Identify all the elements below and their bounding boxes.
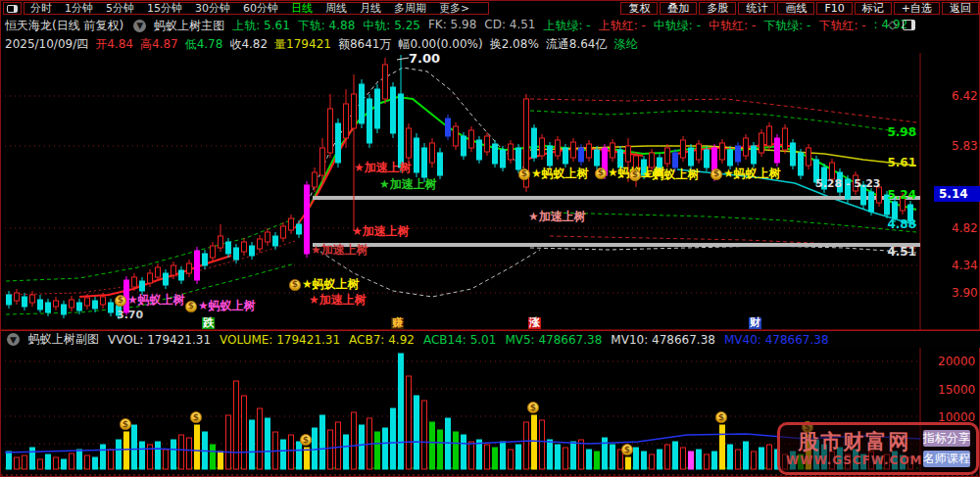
layout-split-icon[interactable] — [3, 2, 22, 15]
period-tab[interactable]: 多周期 — [394, 2, 426, 15]
volume-bar — [7, 452, 12, 469]
band-value-label: 5.98 — [887, 125, 916, 139]
volume-bar — [744, 442, 749, 469]
window-icon[interactable] — [903, 20, 915, 30]
volume-bar — [195, 425, 200, 469]
indicator-value: CD: 4.51 — [484, 18, 535, 34]
volume-bar — [391, 408, 396, 469]
candle — [579, 148, 584, 162]
ohlc-value: 量179421 — [274, 36, 331, 53]
candle — [219, 236, 223, 248]
watermark-badge[interactable]: 名师课程 — [923, 451, 970, 467]
volume-bar — [132, 425, 137, 469]
toolbar-button[interactable]: 复权 — [620, 2, 658, 15]
period-tab[interactable]: 15分钟 — [147, 2, 182, 15]
period-tab[interactable]: 60分钟 — [243, 2, 278, 15]
chevron-down-icon[interactable]: ▼ — [7, 333, 20, 346]
subchart-value: ACB7: 4.92 — [349, 333, 415, 347]
candle — [705, 150, 710, 167]
period-tab[interactable]: 30分钟 — [195, 2, 230, 15]
candle — [148, 273, 153, 283]
subchart-title[interactable]: 蚂蚁上树副图 — [28, 331, 99, 348]
diamond-icon[interactable]: ◇ — [888, 18, 897, 31]
toolbar-button[interactable]: +自选 — [894, 2, 940, 15]
signal-annotation: ★加速上树 — [352, 225, 410, 238]
candle — [493, 144, 498, 164]
subchart-header: ▼ 蚂蚁上树副图 VVOL: 179421.31VOLUME: 179421.3… — [1, 330, 980, 348]
money-bag-icon: $ — [629, 169, 641, 181]
band-value-label: 4.51 — [887, 245, 916, 259]
signal-annotation: ★加速上树 — [354, 162, 412, 174]
toolbar-button[interactable]: 返回 — [942, 2, 979, 15]
candle — [179, 270, 184, 280]
candle — [234, 248, 239, 260]
candle — [297, 224, 302, 234]
period-tab[interactable]: 更多> — [439, 2, 469, 15]
watermark-badge[interactable]: 指标分享 — [923, 430, 970, 447]
volume-bar — [93, 457, 98, 469]
candle — [54, 301, 59, 307]
candle — [391, 87, 396, 133]
period-tab[interactable]: 5分钟 — [106, 2, 134, 15]
volume-bar — [564, 448, 568, 469]
candle — [242, 242, 247, 252]
candle — [791, 143, 796, 166]
platform-line — [313, 196, 920, 200]
candle — [611, 143, 615, 158]
volume-bar — [571, 442, 576, 469]
indicator-values: 上轨: 5.61下轨: 4.88中轨: 5.25FK: 5.98CD: 4.51… — [232, 18, 915, 34]
volume-bar — [705, 454, 710, 469]
signal-annotation: $★蚂蚁上树 — [710, 167, 781, 180]
volume-bar — [407, 376, 412, 469]
period-tab[interactable]: 分时 — [30, 2, 52, 15]
candle — [595, 150, 600, 166]
volume-bar — [736, 450, 741, 469]
marker-badge: 涨 — [528, 317, 541, 329]
volume-bar — [760, 448, 764, 469]
price-axis-label: 6.42 — [952, 89, 978, 103]
chevron-down-icon[interactable]: ▼ — [133, 20, 146, 32]
candle — [673, 153, 678, 167]
toolbar-button[interactable]: 统计 — [738, 2, 775, 15]
period-tab[interactable]: 周线 — [325, 2, 347, 15]
toolbar-button[interactable]: 标记 — [855, 2, 892, 15]
period-tabs: 分时1分钟5分钟15分钟30分钟60分钟日线周线月线多周期更多> — [24, 2, 489, 15]
period-tab[interactable]: 月线 — [360, 2, 381, 15]
subchart-value: MV40: 478667.38 — [724, 333, 829, 347]
indicator-title[interactable]: 蚂蚁上树主图 — [154, 18, 224, 34]
date-label: 2025/10/09/四 — [5, 36, 88, 53]
candle — [7, 295, 12, 305]
toolbar-button[interactable]: 多股 — [699, 2, 736, 15]
indicator-value: 下轨红: - — [818, 18, 865, 34]
candle — [30, 295, 35, 303]
volume-bar — [226, 415, 231, 469]
marker-badge: 财 — [749, 317, 761, 329]
period-tab[interactable]: 日线 — [291, 2, 313, 15]
chart-canvas[interactable] — [1, 1, 980, 477]
toolbar-button[interactable]: 画线 — [777, 2, 814, 15]
annotation-text: ★蚂蚁上树 — [302, 278, 360, 291]
candle — [869, 192, 874, 212]
candle — [258, 239, 263, 249]
candle — [156, 267, 161, 277]
signal-annotation: 5.28 - 5.23 — [815, 177, 881, 190]
volume-bar — [85, 455, 90, 469]
volume-bar — [211, 445, 216, 469]
candle — [485, 136, 490, 152]
candle — [752, 146, 757, 164]
indicator-value: 中轨绿: - — [654, 18, 701, 34]
watermark-badges: 指标分享名师课程 — [923, 430, 970, 467]
volume-bar — [485, 445, 490, 469]
annotation-text: ★蚂蚁上树 — [723, 167, 781, 180]
volume-bar — [328, 430, 333, 469]
volume-axis-label: 20000 — [938, 355, 975, 368]
toolbar-button[interactable]: 叠加 — [660, 2, 697, 15]
subchart-value: MV10: 478667.38 — [611, 333, 715, 347]
money-bag-icon: $ — [595, 167, 607, 179]
toolbar-button[interactable]: F10 — [816, 2, 852, 15]
volume-bar — [234, 381, 239, 469]
candle — [85, 298, 90, 306]
period-tab[interactable]: 1分钟 — [65, 2, 93, 15]
annotation-text: ★加速上树 — [528, 211, 586, 223]
band-value-label: 4.88 — [887, 217, 916, 231]
